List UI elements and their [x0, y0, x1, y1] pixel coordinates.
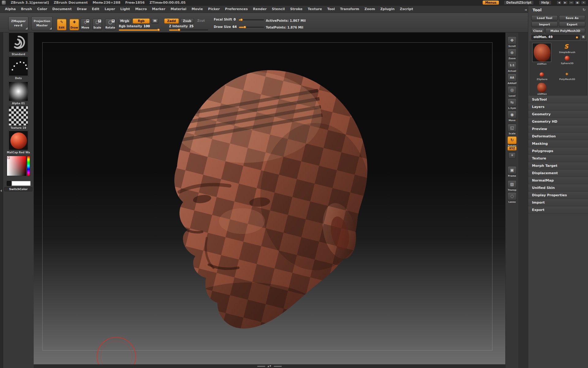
menu-item-transform[interactable]: Transform	[340, 7, 359, 11]
menu-item-layer[interactable]: Layer	[104, 7, 115, 11]
current-tool-field[interactable]: oldMan. 49	[531, 35, 580, 40]
section-normalmap[interactable]: NormalMap	[528, 177, 588, 184]
refresh-icon[interactable]: ↻	[582, 8, 586, 12]
scale-mode-button[interactable]: S ▢ Scale	[92, 19, 102, 30]
section-texture[interactable]: Texture	[528, 155, 588, 162]
section-masking[interactable]: Masking	[528, 140, 588, 148]
switch-color-button[interactable]: SwitchColor	[4, 187, 32, 191]
tool-slider-knob[interactable]	[576, 36, 578, 39]
section-displacement[interactable]: Displacement	[528, 170, 588, 177]
menu-item-macro[interactable]: Macro	[135, 7, 147, 11]
hue-bar[interactable]	[27, 156, 30, 176]
alpha-selector[interactable]: Alpha 01	[7, 82, 30, 105]
menu-item-brush[interactable]: Brush	[21, 7, 32, 11]
section-display-properties[interactable]: Display Properties	[528, 192, 588, 199]
polymesh3d-icon[interactable]: ✶	[565, 71, 569, 77]
menu-item-zoom[interactable]: Zoom	[364, 7, 375, 11]
close-button[interactable]: ✕	[581, 1, 586, 5]
menu-item-zscript[interactable]: Zscript	[400, 7, 413, 11]
sculpt-head-model[interactable]	[144, 62, 386, 338]
right-tool-gyro[interactable]: ✳	[507, 152, 517, 159]
right-tool-transp[interactable]: ▨ Transp	[507, 180, 517, 191]
load-tool-button[interactable]: Load Tool	[531, 15, 558, 21]
panel-collapse-icon[interactable]: ◄	[524, 8, 527, 11]
section-geometry-hd[interactable]: Geometry HD	[528, 118, 588, 125]
clone-button[interactable]: Clone	[531, 28, 544, 33]
right-tool-scale[interactable]: ◱ Scale	[507, 124, 517, 135]
menu-item-movie[interactable]: Movie	[191, 7, 203, 11]
section-export[interactable]: Export	[528, 206, 588, 214]
right-tool-xyz[interactable]: XYZ	[507, 146, 517, 151]
document-canvas[interactable]	[34, 33, 505, 364]
mrgb-button[interactable]: Mrgb	[118, 18, 131, 24]
section-deformation[interactable]: Deformation	[528, 133, 588, 140]
menu-item-render[interactable]: Render	[253, 7, 267, 11]
move-mode-button[interactable]: M ◇ Move	[81, 19, 90, 30]
right-tool-zoom[interactable]: ⊕ Zoom	[507, 49, 517, 60]
z-intensity-slider[interactable]	[169, 29, 208, 31]
section-subtool[interactable]: SubTool	[528, 96, 588, 103]
menu-item-picker[interactable]: Picker	[208, 7, 220, 11]
rgb-button[interactable]: Rgb	[133, 18, 150, 24]
make-polymesh3d-button[interactable]: Make PolyMesh3D	[545, 28, 585, 33]
menu-item-texture[interactable]: Texture	[308, 7, 322, 11]
help-button[interactable]: Help	[539, 0, 552, 5]
focal-shift-slider[interactable]	[239, 19, 264, 21]
draw-size-slider[interactable]	[239, 27, 264, 28]
section-preview[interactable]: Preview	[528, 125, 588, 133]
right-tool-move[interactable]: ◉ Move	[507, 111, 517, 122]
menus-toggle-button[interactable]: Menus	[483, 1, 499, 5]
r-quick-button[interactable]: R	[581, 35, 586, 40]
default-zscript-button[interactable]: DefaultZScript	[504, 0, 534, 5]
maximize-button[interactable]: ▣	[575, 1, 580, 5]
right-tool-scroll[interactable]: ✥ Scroll	[507, 36, 517, 48]
scrollbar-arrows-icon[interactable]: ▲▼	[268, 365, 272, 368]
right-tool-local[interactable]: ◎ Local	[507, 86, 517, 97]
export-tool-button[interactable]: Export	[559, 22, 585, 27]
save-as-button[interactable]: Save As	[559, 15, 585, 21]
brush-selector[interactable]: Standard	[7, 33, 30, 56]
scrollbar-handle[interactable]	[257, 366, 265, 367]
section-unified-skin[interactable]: Unified Skin	[528, 184, 588, 192]
menu-item-draw[interactable]: Draw	[77, 7, 87, 11]
sphere3d-icon[interactable]	[565, 56, 570, 61]
menu-item-document[interactable]: Document	[52, 7, 72, 11]
menu-item-color[interactable]: Color	[37, 7, 47, 11]
menu-item-marker[interactable]: Marker	[152, 7, 165, 11]
menu-item-edit[interactable]: Edit	[92, 7, 99, 11]
left-tray-divider[interactable]	[0, 33, 3, 368]
minimize-button[interactable]: —	[569, 1, 574, 5]
simplebrush-icon[interactable]: S	[564, 43, 568, 50]
secondary-color-swatch[interactable]	[7, 181, 11, 186]
menu-item-material[interactable]: Material	[171, 7, 186, 11]
rgb-intensity-slider[interactable]	[119, 29, 160, 31]
oldman-thumbnail-small[interactable]	[537, 83, 546, 93]
rotate-mode-button[interactable]: R ◯ Rotate	[105, 19, 115, 30]
menu-item-stroke[interactable]: Stroke	[290, 7, 303, 11]
import-tool-button[interactable]: Import	[531, 22, 558, 27]
m-button[interactable]: M	[151, 18, 159, 24]
right-tool-lsym[interactable]: ⇆ L.Sym	[507, 98, 517, 109]
zmapper-button[interactable]: ZMapper rev-E	[8, 17, 28, 30]
zsub-button[interactable]: Zsub	[180, 18, 194, 24]
menu-item-preferences[interactable]: Preferences	[225, 7, 248, 11]
color-picker-square[interactable]	[7, 156, 26, 176]
menu-item-stencil[interactable]: Stencil	[272, 7, 285, 11]
section-geometry[interactable]: Geometry	[528, 111, 588, 118]
current-color-swatch[interactable]	[12, 181, 31, 186]
draw-mode-button[interactable]: ✚ Draw	[70, 19, 79, 30]
active-tool-thumbnail[interactable]	[532, 43, 551, 62]
section-import[interactable]: Import	[528, 199, 588, 206]
right-tool-frame[interactable]: ▣ Frame	[507, 166, 517, 177]
dock-left-button[interactable]: ◀	[556, 1, 562, 5]
menu-item-alpha[interactable]: Alpha	[5, 7, 16, 11]
section-polygroups[interactable]: Polygroups	[528, 148, 588, 155]
right-tool-actual[interactable]: 1:1 Actual	[507, 61, 517, 72]
scrollbar-handle-2[interactable]	[274, 366, 282, 367]
section-layers[interactable]: Layers	[528, 103, 588, 111]
zsphere-icon[interactable]	[540, 72, 544, 77]
texture-selector[interactable]: Texture 19	[7, 106, 30, 129]
section-morph-target[interactable]: Morph Target	[528, 162, 588, 170]
menu-item-tool[interactable]: Tool	[327, 7, 335, 11]
edit-mode-button[interactable]: ✎ Edit	[57, 19, 66, 30]
